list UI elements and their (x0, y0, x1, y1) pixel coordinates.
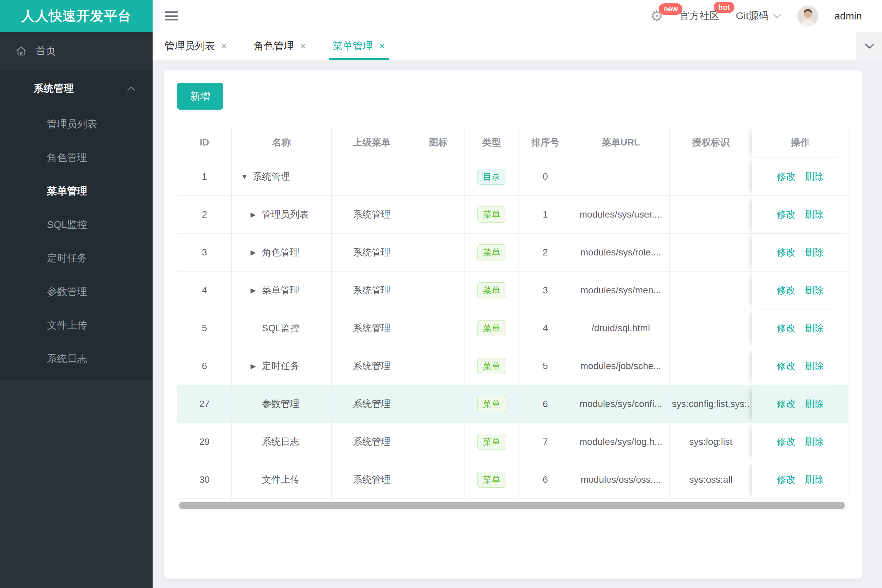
content-card: 新增 ID名称上级菜单图标类型排序号菜单URL授权标识操作1▼系统管理目录0修改… (164, 70, 862, 579)
type-badge: 菜单 (477, 207, 506, 223)
tab-overflow-button[interactable] (856, 32, 882, 60)
sidebar-group-header[interactable]: 系统管理 (0, 70, 153, 107)
tree-expand-icon[interactable]: ▶ (251, 210, 262, 219)
edit-link[interactable]: 修改 (777, 170, 795, 183)
cell-menu-url: modules/sys/confi... (572, 385, 670, 423)
delete-link[interactable]: 删除 (805, 473, 823, 486)
git-source-dropdown[interactable]: Git源码 (736, 9, 781, 23)
cell-parent-menu (332, 158, 412, 196)
column-header-授权标识: 授权标识 (670, 127, 752, 158)
menu-name-label: 菜单管理 (262, 284, 299, 297)
sidebar-item-角色管理[interactable]: 角色管理 (0, 141, 153, 174)
sidebar-item-参数管理[interactable]: 参数管理 (0, 275, 153, 308)
edit-link[interactable]: 修改 (777, 473, 795, 486)
column-header-名称: 名称 (232, 127, 332, 158)
cell-menu-url: modules/job/sche... (572, 347, 670, 385)
horizontal-scrollbar-thumb[interactable] (179, 502, 845, 509)
cell-icon (412, 309, 465, 347)
tab-label: 管理员列表 (165, 39, 215, 53)
community-link[interactable]: 官方社区 hot (679, 9, 720, 23)
cell-perm: sys:log:list (670, 423, 752, 461)
cell-parent-menu: 系统管理 (332, 196, 412, 234)
cell-icon (412, 272, 465, 309)
tab-close-icon[interactable]: × (379, 40, 385, 52)
avatar-image (798, 6, 818, 27)
hot-badge: hot (714, 2, 735, 13)
delete-link[interactable]: 删除 (805, 360, 823, 372)
home-icon (15, 45, 27, 57)
horizontal-scrollbar-track (177, 501, 849, 510)
settings-button[interactable]: ⚙ new (650, 9, 663, 24)
cell-icon (412, 158, 465, 196)
cell-id: 6 (177, 347, 232, 385)
cell-id: 4 (177, 272, 232, 309)
git-source-label: Git源码 (736, 9, 769, 23)
app-window: 人人快速开发平台 ⚙ new 官方社区 hot Git源码 (0, 0, 882, 588)
sidebar-item-SQL监控[interactable]: SQL监控 (0, 208, 153, 242)
sidebar-item-文件上传[interactable]: 文件上传 (0, 308, 153, 342)
edit-link[interactable]: 修改 (777, 246, 795, 259)
edit-link[interactable]: 修改 (777, 284, 795, 297)
username-dropdown[interactable]: admin (834, 10, 862, 22)
cell-order: 2 (519, 234, 572, 272)
tab-管理员列表[interactable]: 管理员列表× (159, 32, 233, 60)
cell-id: 3 (177, 234, 232, 272)
edit-link[interactable]: 修改 (777, 322, 795, 334)
delete-link[interactable]: 删除 (805, 208, 823, 221)
add-button[interactable]: 新增 (177, 83, 223, 110)
sidebar-item-定时任务[interactable]: 定时任务 (0, 242, 153, 275)
delete-link[interactable]: 删除 (805, 284, 823, 297)
type-badge: 菜单 (477, 434, 506, 450)
tree-collapse-icon[interactable]: ▼ (241, 173, 252, 181)
cell-order: 5 (519, 347, 572, 385)
community-label: 官方社区 (679, 10, 720, 21)
avatar[interactable] (798, 6, 818, 27)
cell-order: 0 (519, 158, 572, 196)
cell-actions: 修改删除 (752, 196, 849, 234)
cell-name: 文件上传 (232, 461, 332, 499)
tab-角色管理[interactable]: 角色管理× (248, 32, 312, 60)
menu-name-label: 参数管理 (262, 398, 299, 410)
tab-label: 菜单管理 (333, 39, 373, 53)
tree-expand-icon[interactable]: ▶ (251, 248, 262, 256)
cell-perm: sys:config:list,sys:. (670, 385, 752, 423)
cell-actions: 修改删除 (752, 309, 849, 347)
edit-link[interactable]: 修改 (777, 360, 795, 372)
cell-name: ▶菜单管理 (232, 272, 332, 309)
cell-order: 6 (519, 385, 572, 423)
cell-actions: 修改删除 (752, 272, 849, 309)
cell-parent-menu: 系统管理 (332, 385, 412, 423)
edit-link[interactable]: 修改 (777, 208, 795, 221)
cell-id: 27 (177, 385, 232, 423)
delete-link[interactable]: 删除 (805, 322, 823, 334)
column-header-菜单URL: 菜单URL (572, 127, 670, 158)
cell-perm (670, 309, 752, 347)
tree-expand-icon[interactable]: ▶ (251, 286, 262, 294)
tab-close-icon[interactable]: × (300, 40, 306, 52)
delete-link[interactable]: 删除 (805, 398, 823, 410)
cell-menu-url: modules/sys/user.... (572, 196, 670, 234)
sidebar-item-home[interactable]: 首页 (0, 32, 153, 70)
tab-close-icon[interactable]: × (221, 40, 227, 52)
cell-icon (412, 347, 465, 385)
hamburger-menu-icon[interactable] (165, 11, 178, 21)
menu-name-label: 系统管理 (252, 170, 290, 183)
cell-id: 29 (177, 423, 232, 461)
tree-expand-icon[interactable]: ▶ (251, 362, 262, 370)
edit-link[interactable]: 修改 (777, 435, 795, 448)
type-badge: 目录 (477, 169, 506, 185)
cell-type: 菜单 (465, 234, 519, 272)
delete-link[interactable]: 删除 (805, 246, 823, 259)
cell-type: 菜单 (465, 309, 519, 347)
new-badge: new (659, 3, 682, 15)
brand-logo: 人人快速开发平台 (0, 0, 153, 32)
cell-menu-url: modules/sys/log.h... (572, 423, 670, 461)
tab-菜单管理[interactable]: 菜单管理× (327, 32, 391, 60)
delete-link[interactable]: 删除 (805, 170, 823, 183)
sidebar-item-管理员列表[interactable]: 管理员列表 (0, 107, 153, 141)
sidebar-item-系统日志[interactable]: 系统日志 (0, 342, 153, 375)
edit-link[interactable]: 修改 (777, 398, 795, 410)
cell-icon (412, 196, 465, 234)
delete-link[interactable]: 删除 (805, 435, 823, 448)
sidebar-item-菜单管理[interactable]: 菜单管理 (0, 174, 153, 208)
